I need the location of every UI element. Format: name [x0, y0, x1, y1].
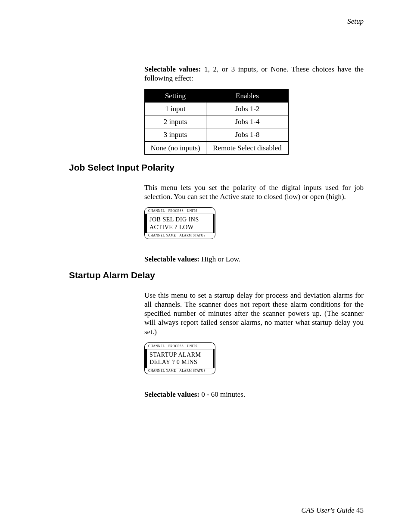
sv-text: High or Low. [199, 255, 240, 263]
td-enables: Remote Select disabled [206, 141, 289, 154]
lcd-line1: STARTUP ALARM [149, 351, 210, 359]
intro-block: Selectable values: 1, 2, or 3 inputs, or… [144, 65, 364, 155]
section-heading-startup: Startup Alarm Delay [69, 270, 364, 280]
lcd-label-alarm-status: ALARM STATUS [179, 369, 206, 373]
sec1-body: This menu lets you set the polarity of t… [144, 183, 364, 264]
lcd-bottom-labels: CHANNEL NAMEALARM STATUS [145, 233, 215, 238]
table-row: 1 input Jobs 1-2 [145, 102, 289, 115]
lcd-top-labels: CHANNELPROCESSUNITS [145, 208, 215, 214]
lcd-label-channel-name: CHANNEL NAME [148, 233, 176, 237]
sv-label: Selectable values: [144, 390, 199, 398]
page-footer: CAS User's Guide 45 [301, 506, 364, 515]
th-setting: Setting [145, 89, 206, 102]
sec2-selectable-values: Selectable values: 0 - 60 minutes. [144, 390, 364, 399]
td-setting: 2 inputs [145, 115, 206, 128]
lcd-label-channel: CHANNEL [148, 344, 165, 348]
section-heading-polarity: Job Select Input Polarity [69, 162, 364, 173]
sec2-body: Use this menu to set a startup delay for… [144, 291, 364, 399]
lcd-main: STARTUP ALARM DELAY ? 0 MINS [145, 349, 215, 368]
td-setting: None (no inputs) [145, 141, 206, 154]
lcd-label-alarm-status: ALARM STATUS [179, 233, 206, 237]
sv-text: 0 - 60 minutes. [199, 390, 245, 398]
sec2-para: Use this menu to set a startup delay for… [144, 291, 364, 336]
lcd-display-polarity: CHANNELPROCESSUNITS JOB SEL DIG INS ACTI… [144, 207, 215, 239]
lcd-line2: DELAY ? 0 MINS [149, 358, 210, 366]
lcd-bottom-labels: CHANNEL NAMEALARM STATUS [145, 368, 215, 373]
td-setting: 1 input [145, 102, 206, 115]
table-row: None (no inputs) Remote Select disabled [145, 141, 289, 154]
td-enables: Jobs 1-8 [206, 128, 289, 141]
td-setting: 3 inputs [145, 128, 206, 141]
sv-label: Selectable values: [144, 255, 199, 263]
footer-page-number: 45 [356, 506, 364, 514]
lcd-line2: ACTIVE ? LOW [149, 224, 210, 231]
lcd-display-startup: CHANNELPROCESSUNITS STARTUP ALARM DELAY … [144, 342, 215, 374]
page-header-section: Setup [47, 17, 364, 26]
lcd-label-process: PROCESS [168, 344, 184, 348]
sec1-selectable-values: Selectable values: High or Low. [144, 255, 364, 264]
lcd-label-process: PROCESS [168, 209, 184, 213]
sv-label: Selectable values: [144, 65, 201, 73]
lcd-label-units: UNITS [187, 344, 197, 348]
table-row: 3 inputs Jobs 1-8 [145, 128, 289, 141]
th-enables: Enables [206, 89, 289, 102]
table-header-row: Setting Enables [145, 89, 289, 102]
td-enables: Jobs 1-4 [206, 115, 289, 128]
sec1-para: This menu lets you set the polarity of t… [144, 183, 364, 202]
lcd-line1: JOB SEL DIG INS [149, 216, 210, 224]
lcd-label-channel-name: CHANNEL NAME [148, 369, 176, 373]
table-row: 2 inputs Jobs 1-4 [145, 115, 289, 128]
lcd-main: JOB SEL DIG INS ACTIVE ? LOW [145, 214, 215, 233]
intro-selectable-values: Selectable values: 1, 2, or 3 inputs, or… [144, 65, 364, 83]
footer-title: CAS User's Guide [301, 506, 355, 514]
lcd-top-labels: CHANNELPROCESSUNITS [145, 344, 215, 349]
lcd-label-units: UNITS [187, 209, 197, 213]
settings-table: Setting Enables 1 input Jobs 1-2 2 input… [144, 89, 289, 155]
td-enables: Jobs 1-2 [206, 102, 289, 115]
lcd-label-channel: CHANNEL [148, 209, 165, 213]
